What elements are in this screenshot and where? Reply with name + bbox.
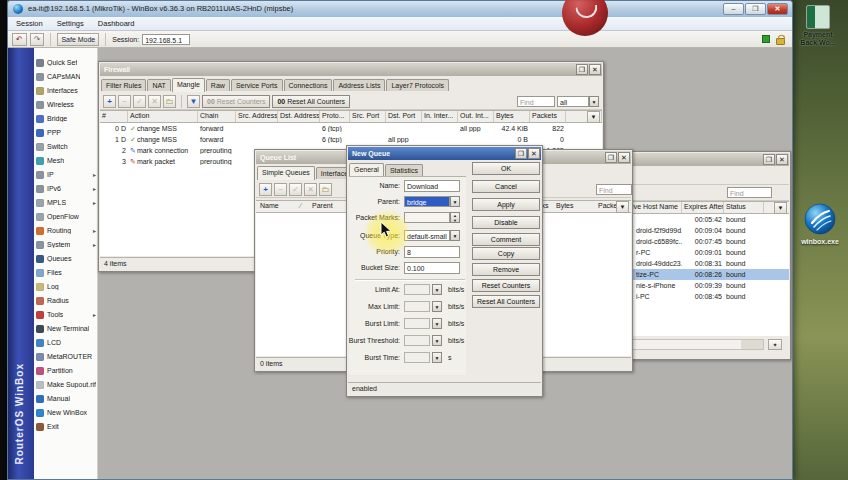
desktop-icon-excel-file[interactable]: Payment Back Wo... (792, 5, 844, 47)
sidebar-item-mpls[interactable]: MPLS ▸ (36, 196, 96, 209)
sidebar-item-interfaces[interactable]: Interfaces (36, 84, 96, 97)
sidebar-item-exit[interactable]: Exit (36, 420, 96, 433)
sidebar-item-log[interactable]: Log (36, 280, 96, 293)
column-chain[interactable]: Chain (198, 111, 236, 122)
sidebar-item-metarouter[interactable]: MetaROUTER (36, 350, 96, 363)
dhcp-lease-row[interactable]: i-PC 00:08:45 bound (608, 291, 789, 302)
sidebar-item-switch[interactable]: Switch (36, 140, 96, 153)
ok-button[interactable]: OK (472, 162, 540, 175)
dhcp-lease-row[interactable]: 00:05:42 bound (608, 214, 789, 225)
remove-icon[interactable]: − (118, 95, 131, 108)
apply-button[interactable]: Apply (472, 198, 540, 211)
column-parent[interactable]: Parent (312, 202, 333, 209)
remove-button[interactable]: Remove (472, 263, 540, 276)
sidebar-item-manual[interactable]: Manual (36, 392, 96, 405)
column-in-inter[interactable]: In. Inter... (422, 111, 458, 122)
sidebar-item-system[interactable]: System ▸ (36, 238, 96, 251)
undo-icon[interactable]: ↶ (12, 33, 27, 46)
sidebar-item-mesh[interactable]: Mesh (36, 154, 96, 167)
tab-mangle[interactable]: Mangle (172, 78, 205, 92)
tab-nat[interactable]: NAT (147, 79, 170, 91)
new-queue-titlebar[interactable]: New Queue (348, 147, 541, 160)
burst-limitinput[interactable] (404, 318, 430, 329)
maximize-button[interactable]: ❐ (745, 3, 766, 15)
parentselect[interactable]: bridge (404, 196, 450, 207)
packet-marksinput[interactable] (404, 212, 450, 223)
chevron-down-icon[interactable]: ▼ (450, 196, 460, 207)
queue-list-columns-menu-icon[interactable]: ▼ (616, 201, 629, 213)
new-queue-close-icon[interactable]: ✕ (528, 148, 540, 159)
sidebar-item-make-supout-rif[interactable]: Make Supout.rif (36, 378, 96, 391)
dhcp-lease-row[interactable]: tize-PC 00:08:26 bound (608, 269, 789, 280)
chevron-down-icon[interactable]: ▼ (450, 230, 460, 241)
cancel-button[interactable]: Cancel (472, 180, 540, 193)
sidebar-item-ip[interactable]: IP ▸ (36, 168, 96, 181)
app-titlebar[interactable]: ea-it@192.168.5.1 (MikroTik) - WinBox v6… (8, 1, 792, 17)
tab-raw[interactable]: Raw (206, 79, 230, 91)
minimize-button[interactable]: – (723, 3, 744, 15)
add-icon[interactable]: + (103, 95, 116, 108)
firewall-find-input[interactable]: Find (517, 96, 555, 107)
filter-icon[interactable]: ▼ (187, 95, 200, 108)
session-input[interactable]: 192.168.5.1 (142, 34, 190, 45)
copy-button[interactable]: Copy (472, 247, 540, 260)
column-out-int[interactable]: Out. Int... (458, 111, 494, 122)
dhcp-lease-row[interactable]: r-PC 00:09:01 bound (608, 247, 789, 258)
disable-button[interactable]: Disable (472, 216, 540, 229)
sidebar-item-routing[interactable]: Routing ▸ (36, 224, 96, 237)
comment-button[interactable]: Comment (472, 233, 540, 246)
chevron-down-icon[interactable]: ▼ (432, 352, 442, 363)
reset-all-counters-button[interactable]: Reset All Counters (472, 295, 540, 308)
sidebar-item-capsman[interactable]: CAPsMAN (36, 70, 96, 83)
remove-icon[interactable]: − (274, 183, 287, 196)
chevron-down-icon[interactable]: ▼ (432, 318, 442, 329)
dhcp-close-icon[interactable]: ✕ (776, 154, 788, 165)
tab-service-ports[interactable]: Service Ports (231, 79, 283, 91)
dhcp-maximize-icon[interactable]: ❐ (763, 154, 775, 165)
dhcp-find-input[interactable]: Find (727, 187, 772, 198)
menu-session[interactable]: Session (16, 19, 43, 28)
enable-icon[interactable]: ✓ (289, 183, 302, 196)
sidebar-item-partition[interactable]: Partition (36, 364, 96, 377)
comment-icon[interactable]: 🗀 (319, 183, 332, 196)
sidebar-item-files[interactable]: Files (36, 266, 96, 279)
chevron-down-icon[interactable]: ▼ (432, 284, 442, 295)
tab-address-lists[interactable]: Address Lists (333, 79, 385, 91)
queue-typeselect[interactable]: default-small (404, 230, 450, 241)
tab-simple-queues[interactable]: Simple Queues (257, 166, 315, 180)
menu-dashboard[interactable]: Dashboard (98, 19, 135, 28)
chevron-down-icon[interactable]: ▼ (432, 301, 442, 312)
column-proto[interactable]: Proto... (320, 111, 350, 122)
desktop-icon-winbox-exe[interactable]: winbox.exe (795, 203, 845, 246)
disable-icon[interactable]: ✕ (148, 95, 161, 108)
dhcp-lease-row[interactable]: nie-s-iPhone 00:09:39 bound (608, 280, 789, 291)
scroll-right-icon[interactable]: ✦ (768, 339, 782, 350)
tab-filter-rules[interactable]: Filter Rules (101, 79, 146, 91)
tab-layer7-protocols[interactable]: Layer7 Protocols (386, 79, 449, 91)
sidebar-item-lcd[interactable]: LCD (36, 336, 96, 349)
dhcp-columns-menu-icon[interactable]: ▼ (774, 202, 787, 214)
enable-icon[interactable]: ✓ (133, 95, 146, 108)
limit-atinput[interactable] (404, 284, 430, 295)
tab-statistics[interactable]: Statistics (385, 164, 423, 176)
column-bytes[interactable]: Bytes (494, 111, 530, 122)
sidebar-item-tools[interactable]: Tools ▸ (36, 308, 96, 321)
burst-thresholdinput[interactable] (404, 335, 430, 346)
firewall-rule-row[interactable]: 0 D✓change MSSforward6 (tcp)all ppp42.4 … (100, 123, 602, 134)
sidebar-item-openflow[interactable]: OpenFlow (36, 210, 96, 223)
reset-counters-button[interactable]: 00 Reset Counters (202, 95, 270, 108)
firewall-maximize-icon[interactable]: ❐ (576, 64, 588, 75)
firewall-titlebar[interactable]: Firewall (100, 63, 602, 76)
max-limitinput[interactable] (404, 301, 430, 312)
firewall-close-icon[interactable]: ✕ (589, 64, 601, 75)
scrollbar-thumb[interactable] (741, 340, 763, 349)
sidebar-item-radius[interactable]: Radius (36, 294, 96, 307)
sidebar-item-quick-set[interactable]: Quick Set (36, 56, 96, 69)
chevron-down-icon[interactable]: ▼ (432, 335, 442, 346)
sidebar-item-queues[interactable]: Queues (36, 252, 96, 265)
dhcp-lease-row[interactable]: droid-c6589fc... 00:07:45 bound (608, 236, 789, 247)
reset-all-counters-button[interactable]: 00 Reset All Counters (272, 95, 350, 108)
column-src-address[interactable]: Src. Address (236, 111, 278, 122)
sidebar-item-ppp[interactable]: PPP (36, 126, 96, 139)
reset-counters-button[interactable]: Reset Counters (472, 279, 540, 292)
